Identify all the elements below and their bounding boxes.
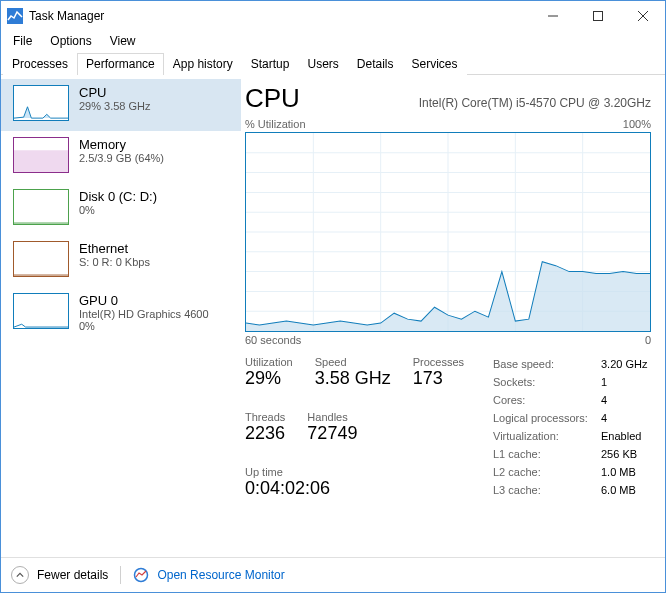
tab-users[interactable]: Users — [298, 53, 347, 75]
tab-services[interactable]: Services — [403, 53, 467, 75]
sidebar-memory-sub: 2.5/3.9 GB (64%) — [79, 152, 164, 164]
stat-speed-label: Speed — [315, 356, 391, 368]
close-button[interactable] — [620, 1, 665, 31]
kv-l1-k: L1 cache: — [493, 446, 595, 462]
sidebar-disk-title: Disk 0 (C: D:) — [79, 189, 157, 204]
gpu-thumbnail-icon — [13, 293, 69, 329]
kv-logical-v: 4 — [601, 410, 607, 426]
chart-ylabel: % Utilization — [245, 118, 306, 130]
minimize-button[interactable] — [530, 1, 575, 31]
stat-utilization-label: Utilization — [245, 356, 293, 368]
sidebar-memory-title: Memory — [79, 137, 164, 152]
sidebar-item-memory[interactable]: Memory 2.5/3.9 GB (64%) — [1, 131, 241, 183]
kv-l2-k: L2 cache: — [493, 464, 595, 480]
stat-uptime-value: 0:04:02:06 — [245, 478, 475, 499]
svg-rect-5 — [14, 150, 68, 172]
kv-l1-v: 256 KB — [601, 446, 637, 462]
detail-pane: CPU Intel(R) Core(TM) i5-4570 CPU @ 3.20… — [241, 75, 665, 557]
menu-options[interactable]: Options — [42, 32, 99, 50]
window-title: Task Manager — [29, 9, 530, 23]
svg-rect-2 — [593, 12, 602, 21]
sidebar-item-gpu[interactable]: GPU 0 Intel(R) HD Graphics 4600 0% — [1, 287, 241, 342]
kv-cores-k: Cores: — [493, 392, 595, 408]
kv-sockets-v: 1 — [601, 374, 607, 390]
stat-handles-value: 72749 — [307, 423, 357, 444]
kv-base-speed-k: Base speed: — [493, 356, 595, 372]
stat-threads-label: Threads — [245, 411, 285, 423]
memory-thumbnail-icon — [13, 137, 69, 173]
sidebar-item-disk[interactable]: Disk 0 (C: D:) 0% — [1, 183, 241, 235]
detail-device: Intel(R) Core(TM) i5-4570 CPU @ 3.20GHz — [318, 96, 651, 110]
sidebar-disk-sub: 0% — [79, 204, 157, 216]
kv-sockets-k: Sockets: — [493, 374, 595, 390]
kv-l3-k: L3 cache: — [493, 482, 595, 498]
sidebar-gpu-sub: Intel(R) HD Graphics 4600 — [79, 308, 209, 320]
stat-utilization-value: 29% — [245, 368, 293, 389]
menu-file[interactable]: File — [5, 32, 40, 50]
cpu-utilization-chart[interactable] — [245, 132, 651, 332]
footer-divider — [120, 566, 121, 584]
stat-uptime-label: Up time — [245, 466, 475, 478]
fewer-details-button[interactable]: Fewer details — [37, 568, 108, 582]
kv-l3-v: 6.0 MB — [601, 482, 636, 498]
sidebar-eth-title: Ethernet — [79, 241, 150, 256]
stat-speed-value: 3.58 GHz — [315, 368, 391, 389]
footer: Fewer details Open Resource Monitor — [1, 557, 665, 592]
kv-virt-k: Virtualization: — [493, 428, 595, 444]
maximize-button[interactable] — [575, 1, 620, 31]
sidebar-item-ethernet[interactable]: Ethernet S: 0 R: 0 Kbps — [1, 235, 241, 287]
task-manager-icon — [7, 8, 23, 24]
chart-xmin: 0 — [645, 334, 651, 346]
ethernet-thumbnail-icon — [13, 241, 69, 277]
disk-thumbnail-icon — [13, 189, 69, 225]
kv-cores-v: 4 — [601, 392, 607, 408]
tab-processes[interactable]: Processes — [3, 53, 77, 75]
chart-ymax: 100% — [623, 118, 651, 130]
stat-threads-value: 2236 — [245, 423, 285, 444]
stat-handles-label: Handles — [307, 411, 357, 423]
sidebar-gpu-title: GPU 0 — [79, 293, 209, 308]
chevron-up-icon[interactable] — [11, 566, 29, 584]
window-titlebar: Task Manager — [1, 1, 665, 31]
stat-processes-value: 173 — [413, 368, 464, 389]
sidebar-cpu-sub: 29% 3.58 GHz — [79, 100, 151, 112]
performance-sidebar: CPU 29% 3.58 GHz Memory 2.5/3.9 GB (64%)… — [1, 75, 241, 557]
tab-details[interactable]: Details — [348, 53, 403, 75]
stat-processes-label: Processes — [413, 356, 464, 368]
kv-logical-k: Logical processors: — [493, 410, 595, 426]
chart-xlabel: 60 seconds — [245, 334, 301, 346]
tab-startup[interactable]: Startup — [242, 53, 299, 75]
kv-base-speed-v: 3.20 GHz — [601, 356, 647, 372]
sidebar-gpu-sub2: 0% — [79, 320, 209, 332]
sidebar-cpu-title: CPU — [79, 85, 151, 100]
tab-performance[interactable]: Performance — [77, 53, 164, 75]
cpu-thumbnail-icon — [13, 85, 69, 121]
tabstrip: Processes Performance App history Startu… — [1, 51, 665, 75]
menu-view[interactable]: View — [102, 32, 144, 50]
kv-l2-v: 1.0 MB — [601, 464, 636, 480]
sidebar-eth-sub: S: 0 R: 0 Kbps — [79, 256, 150, 268]
open-resource-monitor-link[interactable]: Open Resource Monitor — [157, 568, 284, 582]
menubar: File Options View — [1, 31, 665, 51]
resource-monitor-icon — [133, 567, 149, 583]
tab-app-history[interactable]: App history — [164, 53, 242, 75]
sidebar-item-cpu[interactable]: CPU 29% 3.58 GHz — [1, 79, 241, 131]
kv-virt-v: Enabled — [601, 428, 641, 444]
detail-title: CPU — [245, 83, 300, 114]
